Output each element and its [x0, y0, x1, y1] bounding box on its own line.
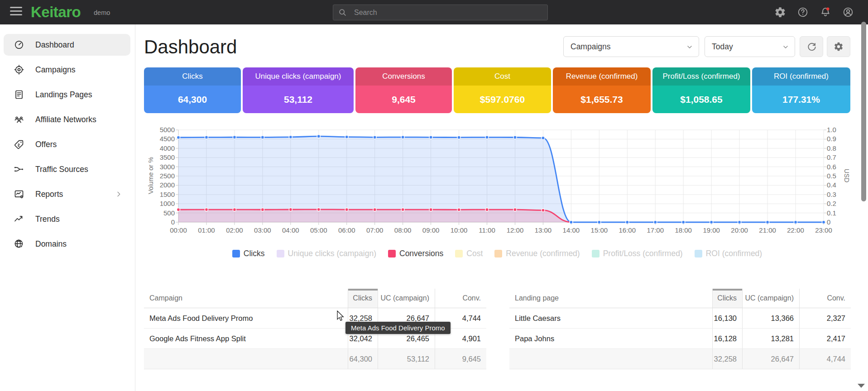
search-input[interactable]: [353, 5, 541, 20]
column-header-uc-campaign[interactable]: UC (campaign): [378, 289, 435, 308]
stat-card-label: Profit/Loss (confirmed): [663, 72, 740, 81]
legend-item-cost[interactable]: Cost: [455, 249, 483, 258]
menu-toggle-button[interactable]: [10, 7, 22, 18]
table-totals-row: 64,30053,1129,645: [144, 349, 486, 369]
sidebar-item-label: Reports: [35, 190, 63, 199]
y-axis-right-tick: 0.7: [827, 153, 845, 161]
stat-card-revenue-confirmed: Revenue (confirmed)$1,655.73: [553, 67, 651, 113]
x-axis-tick: 03:00: [248, 226, 277, 234]
legend-item-revenue-confirmed[interactable]: Revenue (confirmed): [494, 249, 580, 258]
x-axis-tick: 02:00: [220, 226, 249, 234]
legend-item-roi-confirmed[interactable]: ROI (confirmed): [695, 249, 762, 258]
y-axis-right-tick: 0.1: [827, 209, 845, 217]
app-logo: Keitaro: [31, 4, 81, 21]
x-axis-tick: 16:00: [613, 226, 642, 234]
refresh-icon: [806, 42, 817, 52]
grouping-select-value: Campaigns: [571, 42, 611, 52]
sidebar-item-dashboard[interactable]: Dashboard: [4, 34, 130, 56]
sidebar-item-landings-pages[interactable]: Landings Pages: [4, 84, 130, 105]
table-row[interactable]: Little Caesars16,13013,3662,327: [509, 308, 851, 329]
settings-gear-icon[interactable]: [774, 6, 786, 18]
sidebar-item-label: Campaigns: [35, 65, 76, 75]
period-select[interactable]: Today: [705, 36, 795, 57]
y-axis-right-tick: 0.8: [827, 144, 845, 152]
legend-swatch: [592, 250, 599, 257]
legend-label: Conversions: [399, 249, 443, 258]
sidebar-item-traffic-sources[interactable]: Traffic Sources: [4, 158, 130, 180]
stat-card-value: 64,300: [178, 94, 207, 105]
x-axis-tick: 08:00: [388, 226, 417, 234]
period-select-value: Today: [712, 42, 733, 52]
x-axis-tick: 01:00: [192, 226, 221, 234]
column-header-landing-page[interactable]: Landing page: [509, 289, 712, 308]
x-axis-tick: 14:00: [556, 226, 585, 234]
reports-icon: [14, 189, 24, 200]
chevron-right-icon: [115, 191, 122, 198]
top-bar: Keitaro demo: [0, 0, 868, 24]
total-cell: 4,744: [799, 349, 851, 369]
x-axis-tick: 04:00: [276, 226, 305, 234]
sidebar-item-campaigns[interactable]: Campaigns: [4, 59, 130, 81]
legend-label: Clicks: [244, 249, 265, 258]
column-header-clicks[interactable]: Clicks: [712, 289, 742, 308]
legend-label: ROI (confirmed): [706, 249, 762, 258]
stat-card-value: $1,655.73: [580, 94, 623, 105]
notifications-bell-icon[interactable]: [820, 6, 831, 18]
legend-item-clicks[interactable]: Clicks: [232, 249, 265, 258]
column-header-clicks[interactable]: Clicks: [348, 289, 378, 308]
row-value-cell: 2,327: [799, 308, 851, 328]
stat-card-label: Conversions: [382, 72, 425, 81]
x-axis-tick: 15:00: [585, 226, 614, 234]
x-axis-tick: 12:00: [500, 226, 529, 234]
sidebar-item-offers[interactable]: Offers: [4, 134, 130, 155]
stat-card-label: Unique clicks (campaign): [255, 72, 341, 81]
legend-swatch: [232, 250, 240, 257]
chart-canvas: [144, 123, 850, 242]
dashboard-settings-button[interactable]: [827, 36, 850, 57]
column-header-conv[interactable]: Conv.: [799, 289, 851, 308]
grouping-select[interactable]: Campaigns: [563, 36, 699, 57]
stat-card-profit-loss-confirmed: Profit/Loss (confirmed)$1,058.65: [652, 67, 750, 113]
legend-item-conversions[interactable]: Conversions: [388, 249, 443, 258]
table-row[interactable]: Papa Johns16,12813,2812,417: [509, 329, 851, 349]
stat-card-value: $1,058.65: [680, 94, 722, 105]
sidebar-item-label: Dashboard: [35, 40, 74, 50]
column-header-uc-campaign[interactable]: UC (campaign): [742, 289, 799, 308]
sidebar-item-reports[interactable]: Reports: [4, 183, 130, 205]
y-axis-right-tick: 0: [827, 218, 845, 226]
legend-item-unique-clicks-campaign[interactable]: Unique clicks (campaign): [277, 249, 377, 258]
row-tooltip: Meta Ads Food Delivery Promo: [345, 322, 451, 334]
scroll-down-arrow[interactable]: [858, 384, 865, 388]
legend-label: Cost: [466, 249, 483, 258]
sidebar-item-label: Trends: [35, 215, 60, 224]
sidebar-item-label: Domains: [35, 239, 67, 249]
column-header-campaign[interactable]: Campaign: [144, 289, 348, 308]
sidebar-item-domains[interactable]: Domains: [4, 233, 130, 255]
total-cell: 26,647: [742, 349, 799, 369]
sidebar-item-trends[interactable]: Trends: [4, 208, 130, 230]
column-header-conv[interactable]: Conv.: [435, 289, 486, 308]
total-cell: 64,300: [348, 349, 378, 369]
stat-card-value: 177.31%: [782, 94, 820, 105]
x-axis-tick: 06:00: [332, 226, 361, 234]
legend-label: Profit/Loss (confirmed): [603, 249, 683, 258]
legend-item-profit-loss-confirmed[interactable]: Profit/Loss (confirmed): [592, 249, 683, 258]
mouse-cursor: [336, 310, 345, 321]
chevron-down-icon: [782, 43, 789, 51]
row-name-cell: Little Caesars: [509, 308, 712, 328]
row-value-cell: 13,366: [742, 308, 799, 328]
refresh-button[interactable]: [800, 36, 823, 57]
help-icon[interactable]: [797, 6, 809, 18]
row-value-cell: 2,417: [799, 329, 851, 348]
account-icon[interactable]: [842, 6, 854, 18]
sidebar-item-affiliate-networks[interactable]: Affiliate Networks: [4, 109, 130, 130]
sidebar: DashboardCampaignsLandings PagesAffiliat…: [0, 24, 135, 391]
x-axis-tick: 09:00: [417, 226, 446, 234]
scrollbar-thumb[interactable]: [861, 22, 866, 201]
stat-card-conversions: Conversions9,645: [355, 67, 452, 113]
search-icon: [338, 8, 347, 17]
domains-icon: [14, 238, 24, 249]
x-axis-tick: 07:00: [360, 226, 389, 234]
row-value-cell: 16,128: [712, 329, 742, 348]
row-name-cell: Papa Johns: [509, 329, 712, 348]
